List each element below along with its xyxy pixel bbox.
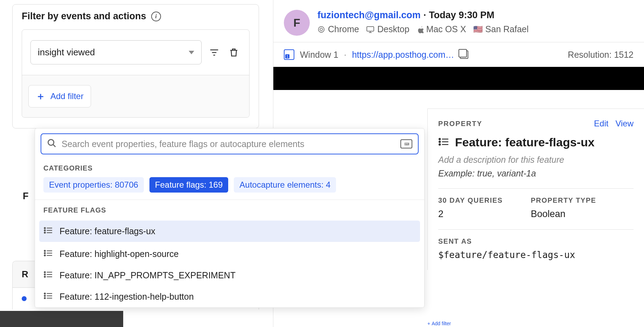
list-item-label: Feature: feature-flags-ux xyxy=(59,226,155,236)
dot-separator: · xyxy=(424,10,426,21)
trash-icon-button[interactable] xyxy=(227,46,241,60)
window-icon: 1 xyxy=(284,49,294,60)
sent-as-label: SENT AS xyxy=(438,237,634,245)
stat-label: PROPERTY TYPE xyxy=(531,196,596,204)
window-label: Window 1 xyxy=(300,50,338,60)
property-header-label: PROPERTY xyxy=(438,120,587,128)
list-item-label: Feature: highlight-open-source xyxy=(59,249,178,259)
location-meta: 🇺🇸 San Rafael xyxy=(473,24,529,34)
event-select[interactable]: insight viewed xyxy=(30,40,202,64)
svg-point-13 xyxy=(44,252,45,253)
session-time: Today 9:30 PM xyxy=(429,10,494,21)
filter-icon-button[interactable] xyxy=(207,46,221,60)
categories-label: Categories xyxy=(35,158,424,177)
partial-label-f: F xyxy=(23,191,29,202)
sent-as-value: $feature/feature-flags-ux xyxy=(438,250,634,260)
keyboard-icon[interactable]: ⌨ xyxy=(400,139,412,148)
property-title: Feature: feature-flags-ux xyxy=(438,135,634,149)
device-meta: Desktop xyxy=(366,24,410,34)
property-description[interactable]: Add a description for this feature xyxy=(438,155,634,165)
svg-point-9 xyxy=(44,232,45,233)
property-panel: PROPERTY Edit View Feature: feature-flag… xyxy=(427,109,644,270)
session-info: fuziontech@gmail.com · Today 9:30 PM Chr… xyxy=(317,10,634,34)
info-icon[interactable]: i xyxy=(151,12,161,21)
os-meta: Mac OS X xyxy=(416,24,466,34)
svg-point-11 xyxy=(44,250,45,251)
svg-point-21 xyxy=(44,276,45,277)
copy-icon[interactable] xyxy=(460,50,468,59)
browser-meta: Chrome xyxy=(317,24,359,34)
svg-point-34 xyxy=(439,138,440,140)
filter-box: insight viewed ＋ Add filter xyxy=(22,29,250,118)
resolution-label: Resolution: 1512 xyxy=(568,50,634,60)
category-chips: Event properties: 80706 Feature flags: 1… xyxy=(35,177,424,200)
svg-rect-31 xyxy=(367,27,374,31)
list-item[interactable]: Feature: IN_APP_PROMPTS_EXPERIMENT xyxy=(35,265,424,286)
add-filter-section: ＋ Add filter xyxy=(22,75,249,117)
stat-value: 2 xyxy=(438,209,503,220)
svg-point-29 xyxy=(318,26,324,32)
svg-line-4 xyxy=(53,145,56,147)
svg-point-36 xyxy=(439,141,440,142)
chevron-down-icon xyxy=(189,51,194,54)
session-title: fuziontech@gmail.com · Today 9:30 PM xyxy=(317,10,634,21)
svg-point-23 xyxy=(44,293,45,294)
svg-point-25 xyxy=(44,295,45,296)
stat-queries: 30 DAY QUERIES 2 xyxy=(438,196,503,220)
filter-row: insight viewed xyxy=(22,30,249,75)
list-item-label: Feature: IN_APP_PROMPTS_EXPERIMENT xyxy=(59,270,236,280)
svg-point-19 xyxy=(44,274,45,275)
filter-header: Filter by events and actions i xyxy=(22,11,250,22)
add-filter-small[interactable]: + Add filter xyxy=(427,321,451,326)
list-icon xyxy=(43,270,53,280)
dot-separator: · xyxy=(344,50,346,60)
window-bar: 1 Window 1 · https://app.posthog.com… Re… xyxy=(273,42,644,67)
list-icon xyxy=(438,135,449,149)
event-select-value: insight viewed xyxy=(38,47,95,58)
stat-label: 30 DAY QUERIES xyxy=(438,196,503,204)
add-filter-button[interactable]: ＋ Add filter xyxy=(28,85,91,107)
property-edit-link[interactable]: Edit xyxy=(594,119,608,128)
property-header: PROPERTY Edit View xyxy=(438,119,634,128)
plus-icon: ＋ xyxy=(36,90,46,103)
list-icon xyxy=(43,226,53,236)
chip-autocapture-elements[interactable]: Autocapture elements: 4 xyxy=(234,177,336,193)
avatar[interactable]: F xyxy=(284,10,310,36)
stat-type: PROPERTY TYPE Boolean xyxy=(531,196,596,220)
flag-icon: 🇺🇸 xyxy=(473,25,483,34)
filter-panel: Filter by events and actions i insight v… xyxy=(12,4,259,128)
svg-point-15 xyxy=(44,255,45,256)
desktop-icon xyxy=(366,26,374,33)
property-stats: 30 DAY QUERIES 2 PROPERTY TYPE Boolean xyxy=(438,196,634,220)
add-filter-label: Add filter xyxy=(50,91,84,101)
list-item[interactable]: Feature: 112-ingestion-help-button xyxy=(35,286,424,307)
session-player[interactable] xyxy=(273,67,644,90)
plus-icon: + xyxy=(427,321,430,326)
status-dot xyxy=(22,296,27,301)
property-title-text: Feature: feature-flags-ux xyxy=(455,135,595,149)
list-icon xyxy=(43,292,53,302)
search-input[interactable] xyxy=(62,139,396,149)
chip-feature-flags[interactable]: Feature flags: 169 xyxy=(149,177,228,193)
svg-point-3 xyxy=(48,140,54,145)
window-url[interactable]: https://app.posthog.com… xyxy=(352,50,454,60)
property-search-dropdown: ⌨ Categories Event properties: 80706 Fea… xyxy=(35,128,425,308)
user-email[interactable]: fuziontech@gmail.com xyxy=(317,10,421,21)
svg-point-38 xyxy=(439,144,440,145)
svg-point-27 xyxy=(44,298,45,299)
property-example: Example: true, variant-1a xyxy=(438,168,634,179)
list-item[interactable]: Feature: feature-flags-ux xyxy=(39,221,420,242)
list-icon xyxy=(43,249,53,259)
property-view-link[interactable]: View xyxy=(615,119,634,128)
search-box[interactable]: ⌨ xyxy=(41,133,419,154)
feature-flag-list: Feature: feature-flags-ux Feature: highl… xyxy=(35,221,424,307)
apple-icon xyxy=(416,26,424,33)
dark-bottom-bar xyxy=(0,311,123,327)
list-item-label: Feature: 112-ingestion-help-button xyxy=(59,292,194,302)
feature-flags-label: Feature Flags xyxy=(35,200,424,219)
list-item[interactable]: Feature: highlight-open-source xyxy=(35,243,424,265)
chip-event-properties[interactable]: Event properties: 80706 xyxy=(43,177,144,193)
session-header: F fuziontech@gmail.com · Today 9:30 PM C… xyxy=(273,0,644,42)
session-meta: Chrome Desktop Mac OS X 🇺🇸 San Rafael xyxy=(317,24,634,34)
stat-value: Boolean xyxy=(531,209,596,220)
